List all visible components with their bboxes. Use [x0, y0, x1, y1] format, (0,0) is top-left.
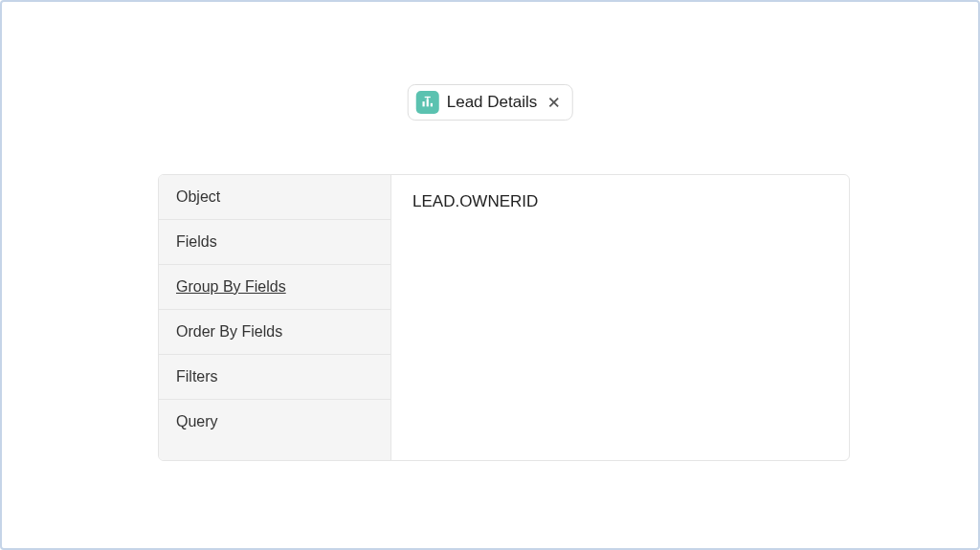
svg-rect-4 [427, 97, 428, 99]
report-icon [416, 91, 439, 114]
sidebar-item-label: Order By Fields [176, 323, 282, 340]
content-value: LEAD.OWNERID [412, 192, 538, 210]
sidebar-item-label: Filters [176, 368, 218, 385]
sidebar-item-group-by-fields[interactable]: Group By Fields [159, 265, 390, 310]
svg-rect-1 [427, 99, 429, 107]
details-panel: Object Fields Group By Fields Order By F… [158, 174, 850, 461]
close-button[interactable] [545, 94, 562, 111]
svg-rect-0 [422, 101, 424, 106]
close-icon [546, 96, 560, 109]
content-area: LEAD.OWNERID [391, 175, 849, 460]
sidebar-item-label: Query [176, 413, 218, 429]
sidebar-item-order-by-fields[interactable]: Order By Fields [159, 310, 390, 355]
sidebar-item-label: Group By Fields [176, 278, 286, 295]
sidebar-item-label: Fields [176, 233, 217, 250]
svg-rect-2 [431, 103, 433, 107]
sidebar-item-filters[interactable]: Filters [159, 355, 390, 400]
lead-details-chip: Lead Details [408, 84, 573, 121]
sidebar-item-query[interactable]: Query [159, 400, 390, 444]
sidebar-item-fields[interactable]: Fields [159, 220, 390, 265]
sidebar-item-label: Object [176, 188, 220, 205]
chip-label: Lead Details [447, 93, 538, 112]
sidebar: Object Fields Group By Fields Order By F… [159, 175, 391, 460]
sidebar-item-object[interactable]: Object [159, 175, 390, 220]
